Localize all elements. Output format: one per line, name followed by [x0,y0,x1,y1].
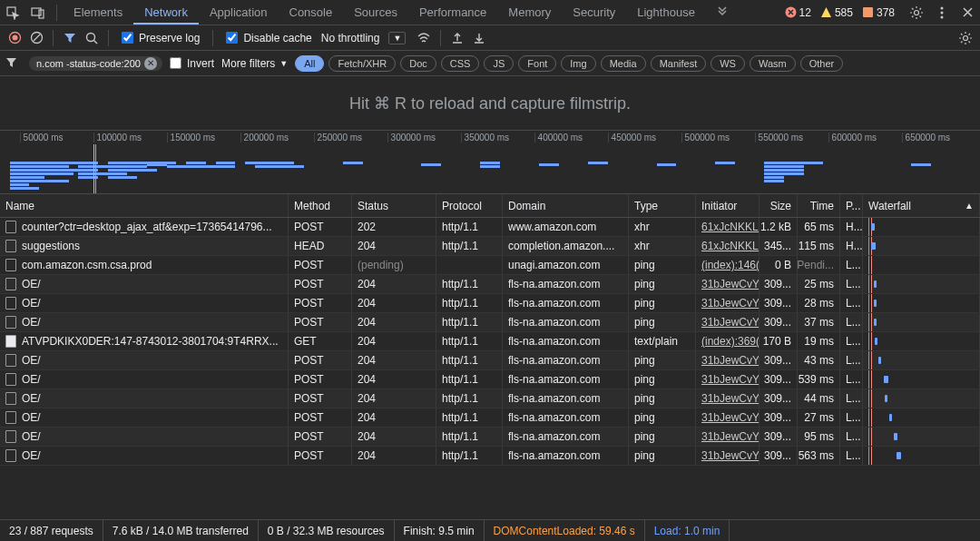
request-initiator[interactable]: 31bJewCvY [696,389,760,408]
table-row[interactable]: OE/POST204http/1.1fls-na.amazon.comping3… [0,389,980,408]
table-row[interactable]: OE/POST204http/1.1fls-na.amazon.comping3… [0,275,980,294]
preserve-log-checkbox[interactable]: Preserve log [122,32,200,44]
record-button[interactable] [4,27,25,49]
request-initiator[interactable]: 31bJewCvY [696,351,760,369]
throttling-select[interactable]: No throttling ▼ [321,32,407,44]
request-time: 27 ms [798,408,840,427]
filter-type-fetchxhr[interactable]: Fetch/XHR [328,55,396,72]
request-initiator[interactable]: 31bJewCvY [696,370,760,389]
filter-type-manifest[interactable]: Manifest [651,55,707,72]
table-row[interactable]: OE/POST204http/1.1fls-na.amazon.comping3… [0,294,980,313]
tab-memory[interactable]: Memory [497,0,562,25]
filter-type-media[interactable]: Media [601,55,646,72]
request-initiator[interactable]: 61xJcNKKL: [696,218,760,236]
svg-rect-4 [863,7,873,17]
settings-icon[interactable] [904,5,929,20]
request-status: 204 [352,294,436,312]
tab-application[interactable]: Application [199,0,279,25]
network-settings-icon[interactable] [955,27,976,49]
col-waterfall[interactable]: Waterfall▲ [863,194,980,217]
request-type: ping [629,351,696,369]
tab-console[interactable]: Console [279,0,344,25]
col-name[interactable]: Name [0,194,289,217]
overview-tick: 600000 ms [828,133,877,143]
close-devtools-icon[interactable] [955,6,980,18]
col-method[interactable]: Method [289,194,352,217]
file-icon [5,354,16,367]
disable-cache-checkbox[interactable]: Disable cache [226,32,311,44]
request-initiator[interactable]: 31bJewCvY [696,408,760,427]
info-count[interactable]: 378 [862,6,895,19]
request-initiator[interactable]: (index):369( [696,332,760,350]
request-initiator[interactable]: 31bJewCvY [696,313,760,331]
table-row[interactable]: ATVPDKIKX0DER:147-8743012-3801704:9T4RRX… [0,332,980,351]
filter-type-wasm[interactable]: Wasm [750,55,796,72]
filter-type-ws[interactable]: WS [710,55,745,72]
export-har-icon[interactable] [468,27,490,49]
filter-type-font[interactable]: Font [518,55,556,72]
error-count[interactable]: 12 [785,6,811,19]
inspect-element-icon[interactable] [0,5,25,20]
request-initiator[interactable]: 31bJewCvY [696,294,760,312]
tab-performance[interactable]: Performance [408,0,497,25]
filter-funnel-icon[interactable] [5,57,22,69]
tab-lighthouse[interactable]: Lighthouse [626,0,706,25]
filmstrip-hint: Hit ⌘ R to reload and capture filmstrip. [0,76,980,131]
filter-type-all[interactable]: All [295,55,324,72]
request-initiator[interactable]: 31bJewCvY [696,447,760,465]
filter-type-doc[interactable]: Doc [400,55,436,72]
request-initiator[interactable]: 61xJcNKKL: [696,237,760,255]
file-icon [5,278,16,290]
filter-bar: n.com -status-code:200 ✕ Invert More fil… [0,51,980,76]
search-icon[interactable] [81,27,103,49]
warning-count[interactable]: 585 [820,6,853,19]
tab-sources[interactable]: Sources [343,0,408,25]
table-row[interactable]: OE/POST204http/1.1fls-na.amazon.comping3… [0,351,980,370]
table-row[interactable]: counter?ctr=desktop_ajax_atf&exp=1736541… [0,218,980,237]
more-tabs-icon[interactable] [710,6,735,19]
col-priority[interactable]: P... [840,194,863,217]
tab-security[interactable]: Security [562,0,626,25]
clear-button[interactable] [25,27,47,49]
table-row[interactable]: OE/POST204http/1.1fls-na.amazon.comping3… [0,408,980,428]
table-row[interactable]: OE/POST204http/1.1fls-na.amazon.comping3… [0,370,980,389]
table-row[interactable]: OE/POST204http/1.1fls-na.amazon.comping3… [0,428,980,447]
request-type: ping [629,256,696,274]
filter-type-css[interactable]: CSS [441,55,480,72]
tab-network[interactable]: Network [133,0,199,25]
import-har-icon[interactable] [446,27,468,49]
col-domain[interactable]: Domain [503,194,629,217]
overview-tick: 300000 ms [387,133,436,143]
invert-checkbox[interactable]: Invert [170,57,214,70]
filter-chip[interactable]: n.com -status-code:200 ✕ [29,56,162,71]
col-initiator[interactable]: Initiator [696,194,760,217]
kebab-menu-icon[interactable] [929,6,955,19]
col-time[interactable]: Time [798,194,840,217]
filter-icon[interactable] [59,27,81,49]
col-protocol[interactable]: Protocol [436,194,503,217]
table-row[interactable]: suggestionsHEAD204http/1.1completion.ama… [0,237,980,256]
request-time: 37 ms [798,313,840,331]
table-row[interactable]: OE/POST204http/1.1fls-na.amazon.comping3… [0,447,980,466]
document-icon [5,335,16,348]
more-filters-dropdown[interactable]: More filters▼ [221,57,288,70]
request-domain: fls-na.amazon.com [503,389,629,408]
filter-chip-close-icon[interactable]: ✕ [144,57,157,70]
request-initiator[interactable]: 31bJewCvY [696,428,760,446]
col-size[interactable]: Size [760,194,798,217]
filter-type-js[interactable]: JS [484,55,514,72]
network-overview[interactable]: 50000 ms100000 ms150000 ms200000 ms25000… [0,131,980,194]
request-initiator[interactable]: (index):146( [696,256,760,274]
col-type[interactable]: Type [629,194,696,217]
table-row[interactable]: OE/POST204http/1.1fls-na.amazon.comping3… [0,313,980,332]
request-initiator[interactable]: 31bJewCvY [696,275,760,293]
network-conditions-icon[interactable] [413,27,435,49]
file-icon [5,259,16,271]
filter-type-other[interactable]: Other [800,55,844,72]
device-toolbar-icon[interactable] [25,5,51,20]
col-status[interactable]: Status [352,194,436,217]
tab-elements[interactable]: Elements [63,0,133,25]
request-type: ping [629,428,696,446]
filter-type-img[interactable]: Img [561,55,595,72]
table-row[interactable]: com.amazon.csm.csa.prodPOST(pending)unag… [0,256,980,275]
